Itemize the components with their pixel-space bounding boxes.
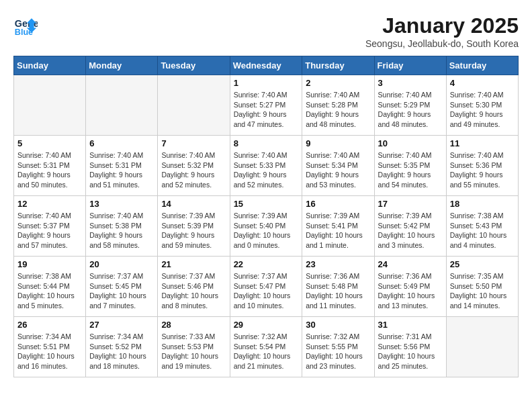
day-info: Sunrise: 7:34 AM Sunset: 5:51 PM Dayligh… (17, 332, 82, 371)
calendar-cell (446, 317, 518, 377)
weekday-header-thursday: Thursday (302, 56, 374, 75)
calendar-cell: 29Sunrise: 7:32 AM Sunset: 5:54 PM Dayli… (230, 317, 302, 377)
day-number: 18 (450, 199, 515, 209)
calendar-cell (158, 75, 230, 136)
calendar-cell: 16Sunrise: 7:39 AM Sunset: 5:41 PM Dayli… (302, 196, 374, 257)
calendar-cell: 14Sunrise: 7:39 AM Sunset: 5:39 PM Dayli… (158, 196, 230, 257)
day-number: 31 (378, 320, 443, 330)
day-info: Sunrise: 7:40 AM Sunset: 5:30 PM Dayligh… (450, 90, 515, 130)
calendar-cell: 6Sunrise: 7:40 AM Sunset: 5:31 PM Daylig… (86, 136, 158, 196)
calendar-cell: 8Sunrise: 7:40 AM Sunset: 5:33 PM Daylig… (230, 136, 302, 196)
day-number: 30 (306, 320, 370, 330)
calendar-cell: 23Sunrise: 7:36 AM Sunset: 5:48 PM Dayli… (302, 257, 374, 317)
weekday-header-monday: Monday (86, 56, 158, 75)
weekday-header-saturday: Saturday (446, 56, 518, 75)
week-row-3: 12Sunrise: 7:40 AM Sunset: 5:37 PM Dayli… (14, 196, 519, 257)
calendar-title: January 2025 (365, 13, 519, 38)
day-info: Sunrise: 7:37 AM Sunset: 5:46 PM Dayligh… (161, 271, 226, 311)
day-number: 8 (234, 138, 299, 148)
logo-icon: General Blue (13, 13, 38, 38)
day-info: Sunrise: 7:40 AM Sunset: 5:27 PM Dayligh… (234, 90, 299, 130)
svg-text:General: General (15, 18, 38, 29)
day-info: Sunrise: 7:40 AM Sunset: 5:36 PM Dayligh… (450, 150, 515, 190)
calendar-cell: 4Sunrise: 7:40 AM Sunset: 5:30 PM Daylig… (446, 75, 518, 136)
day-info: Sunrise: 7:40 AM Sunset: 5:29 PM Dayligh… (378, 90, 443, 130)
calendar-cell: 22Sunrise: 7:37 AM Sunset: 5:47 PM Dayli… (230, 257, 302, 317)
day-info: Sunrise: 7:32 AM Sunset: 5:55 PM Dayligh… (306, 332, 370, 371)
day-info: Sunrise: 7:37 AM Sunset: 5:47 PM Dayligh… (234, 271, 299, 311)
day-info: Sunrise: 7:39 AM Sunset: 5:39 PM Dayligh… (161, 211, 226, 250)
calendar-cell: 5Sunrise: 7:40 AM Sunset: 5:31 PM Daylig… (14, 136, 86, 196)
day-info: Sunrise: 7:36 AM Sunset: 5:48 PM Dayligh… (306, 271, 370, 311)
day-number: 24 (378, 259, 443, 269)
day-number: 12 (17, 199, 82, 209)
weekday-header-tuesday: Tuesday (158, 56, 230, 75)
day-info: Sunrise: 7:40 AM Sunset: 5:37 PM Dayligh… (17, 211, 82, 250)
day-number: 11 (450, 138, 515, 148)
title-block: January 2025 Seongsu, Jeollabuk-do, Sout… (365, 13, 519, 49)
calendar-cell: 11Sunrise: 7:40 AM Sunset: 5:36 PM Dayli… (446, 136, 518, 196)
day-info: Sunrise: 7:31 AM Sunset: 5:56 PM Dayligh… (378, 332, 443, 371)
day-number: 15 (234, 199, 299, 209)
weekday-header-wednesday: Wednesday (230, 56, 302, 75)
day-info: Sunrise: 7:40 AM Sunset: 5:33 PM Dayligh… (234, 150, 299, 190)
day-number: 22 (234, 259, 299, 269)
day-number: 4 (450, 78, 515, 88)
calendar-cell: 28Sunrise: 7:33 AM Sunset: 5:53 PM Dayli… (158, 317, 230, 377)
day-info: Sunrise: 7:40 AM Sunset: 5:32 PM Dayligh… (161, 150, 226, 190)
week-row-4: 19Sunrise: 7:38 AM Sunset: 5:44 PM Dayli… (14, 257, 519, 317)
week-row-2: 5Sunrise: 7:40 AM Sunset: 5:31 PM Daylig… (14, 136, 519, 196)
day-info: Sunrise: 7:39 AM Sunset: 5:41 PM Dayligh… (306, 211, 370, 250)
day-number: 25 (450, 259, 515, 269)
day-number: 16 (306, 199, 370, 209)
page-header: General Blue January 2025 Seongsu, Jeoll… (13, 13, 519, 49)
calendar-cell: 3Sunrise: 7:40 AM Sunset: 5:29 PM Daylig… (374, 75, 446, 136)
day-number: 2 (306, 78, 370, 88)
day-number: 27 (89, 320, 154, 330)
calendar-table: SundayMondayTuesdayWednesdayThursdayFrid… (13, 56, 519, 377)
week-row-1: 1Sunrise: 7:40 AM Sunset: 5:27 PM Daylig… (14, 75, 519, 136)
weekday-header-row: SundayMondayTuesdayWednesdayThursdayFrid… (14, 56, 519, 75)
calendar-cell: 27Sunrise: 7:34 AM Sunset: 5:52 PM Dayli… (86, 317, 158, 377)
day-info: Sunrise: 7:40 AM Sunset: 5:28 PM Dayligh… (306, 90, 370, 130)
calendar-cell: 9Sunrise: 7:40 AM Sunset: 5:34 PM Daylig… (302, 136, 374, 196)
day-number: 10 (378, 138, 443, 148)
day-number: 13 (89, 199, 154, 209)
calendar-cell: 26Sunrise: 7:34 AM Sunset: 5:51 PM Dayli… (14, 317, 86, 377)
day-info: Sunrise: 7:40 AM Sunset: 5:38 PM Dayligh… (89, 211, 154, 250)
day-info: Sunrise: 7:33 AM Sunset: 5:53 PM Dayligh… (161, 332, 226, 371)
weekday-header-sunday: Sunday (14, 56, 86, 75)
week-row-5: 26Sunrise: 7:34 AM Sunset: 5:51 PM Dayli… (14, 317, 519, 377)
calendar-cell: 1Sunrise: 7:40 AM Sunset: 5:27 PM Daylig… (230, 75, 302, 136)
day-info: Sunrise: 7:40 AM Sunset: 5:31 PM Dayligh… (17, 150, 82, 190)
calendar-cell: 25Sunrise: 7:35 AM Sunset: 5:50 PM Dayli… (446, 257, 518, 317)
calendar-cell: 13Sunrise: 7:40 AM Sunset: 5:38 PM Dayli… (86, 196, 158, 257)
day-info: Sunrise: 7:38 AM Sunset: 5:44 PM Dayligh… (17, 271, 82, 311)
day-info: Sunrise: 7:39 AM Sunset: 5:40 PM Dayligh… (234, 211, 299, 250)
day-number: 29 (234, 320, 299, 330)
calendar-cell: 19Sunrise: 7:38 AM Sunset: 5:44 PM Dayli… (14, 257, 86, 317)
day-number: 28 (161, 320, 226, 330)
day-info: Sunrise: 7:40 AM Sunset: 5:35 PM Dayligh… (378, 150, 443, 190)
day-number: 17 (378, 199, 443, 209)
day-number: 7 (161, 138, 226, 148)
day-number: 19 (17, 259, 82, 269)
calendar-cell: 7Sunrise: 7:40 AM Sunset: 5:32 PM Daylig… (158, 136, 230, 196)
calendar-cell: 21Sunrise: 7:37 AM Sunset: 5:46 PM Dayli… (158, 257, 230, 317)
calendar-cell: 10Sunrise: 7:40 AM Sunset: 5:35 PM Dayli… (374, 136, 446, 196)
day-number: 23 (306, 259, 370, 269)
calendar-cell: 24Sunrise: 7:36 AM Sunset: 5:49 PM Dayli… (374, 257, 446, 317)
calendar-cell (86, 75, 158, 136)
calendar-cell: 12Sunrise: 7:40 AM Sunset: 5:37 PM Dayli… (14, 196, 86, 257)
calendar-cell: 15Sunrise: 7:39 AM Sunset: 5:40 PM Dayli… (230, 196, 302, 257)
calendar-cell: 18Sunrise: 7:38 AM Sunset: 5:43 PM Dayli… (446, 196, 518, 257)
day-info: Sunrise: 7:38 AM Sunset: 5:43 PM Dayligh… (450, 211, 515, 250)
calendar-cell (14, 75, 86, 136)
day-number: 21 (161, 259, 226, 269)
day-info: Sunrise: 7:36 AM Sunset: 5:49 PM Dayligh… (378, 271, 443, 311)
calendar-cell: 2Sunrise: 7:40 AM Sunset: 5:28 PM Daylig… (302, 75, 374, 136)
day-info: Sunrise: 7:34 AM Sunset: 5:52 PM Dayligh… (89, 332, 154, 371)
calendar-cell: 30Sunrise: 7:32 AM Sunset: 5:55 PM Dayli… (302, 317, 374, 377)
day-info: Sunrise: 7:32 AM Sunset: 5:54 PM Dayligh… (234, 332, 299, 371)
day-number: 14 (161, 199, 226, 209)
